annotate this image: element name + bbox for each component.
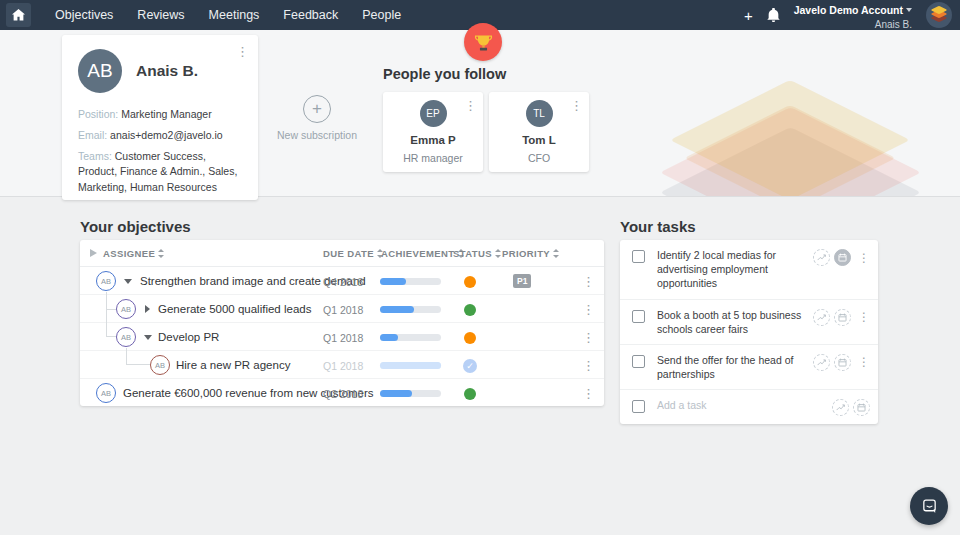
org-logo-avatar[interactable]: [926, 2, 952, 28]
task-label[interactable]: Identify 2 local medias for advertising …: [657, 248, 813, 291]
calendar-icon: [838, 358, 847, 367]
objective-row[interactable]: AB Hire a new PR agency Q1 2018 ✓ ⋮: [80, 351, 604, 379]
person-card-emma[interactable]: ⋮ EP Emma P HR manager: [383, 92, 483, 172]
due-date-button[interactable]: [834, 249, 851, 266]
due-date: Q1 2018: [323, 332, 363, 344]
avatar: EP: [420, 100, 447, 127]
task-row: Send the offer for the head of partnersh…: [620, 345, 878, 390]
task-label[interactable]: Send the offer for the head of partnersh…: [657, 353, 813, 381]
collapse-arrow-icon[interactable]: [144, 335, 152, 340]
task-kebab-menu[interactable]: ⋮: [858, 252, 870, 264]
objective-title[interactable]: Generate 5000 qualified leads: [158, 303, 311, 315]
column-status[interactable]: STATUS: [453, 248, 502, 259]
email-value: anais+demo2@javelo.io: [110, 129, 223, 141]
column-achievement[interactable]: ACHIEVEMENT: [381, 248, 465, 259]
nav-item-meetings[interactable]: Meetings: [197, 0, 272, 30]
row-kebab-menu[interactable]: ⋮: [582, 275, 595, 288]
person-card-tom[interactable]: ⋮ TL Tom L CFO: [489, 92, 589, 172]
new-subscription-label: New subscription: [272, 129, 362, 141]
objective-title[interactable]: Hire a new PR agency: [176, 359, 290, 371]
add-task-row: Add a task: [620, 390, 878, 424]
objective-row[interactable]: AB Strengthen brand image and create dem…: [80, 267, 604, 295]
profile-kebab-menu[interactable]: ⋮: [236, 45, 249, 58]
add-task-input[interactable]: Add a task: [657, 398, 832, 412]
task-kebab-menu[interactable]: ⋮: [858, 356, 870, 368]
trend-icon: [817, 253, 826, 262]
collapse-arrow-icon[interactable]: [124, 279, 132, 284]
account-menu[interactable]: Javelo Demo Account Anais B.: [794, 0, 912, 31]
chat-bubble-icon: [921, 498, 938, 515]
link-objective-button[interactable]: [813, 354, 830, 371]
column-assignee[interactable]: ASSIGNEE: [103, 248, 165, 259]
link-objective-button[interactable]: [832, 399, 849, 416]
add-button[interactable]: +: [744, 8, 753, 23]
task-checkbox[interactable]: [632, 310, 645, 323]
chat-widget-button[interactable]: [910, 487, 948, 525]
task-label[interactable]: Book a booth at 5 top business schools c…: [657, 308, 813, 336]
nav-item-reviews[interactable]: Reviews: [125, 0, 196, 30]
nav-item-objectives[interactable]: Objectives: [43, 0, 125, 30]
tasks-title: Your tasks: [620, 218, 696, 235]
due-date-button[interactable]: [853, 399, 870, 416]
row-kebab-menu[interactable]: ⋮: [582, 303, 595, 316]
due-date-button[interactable]: [834, 309, 851, 326]
due-date-button[interactable]: [834, 354, 851, 371]
task-checkbox[interactable]: [632, 400, 645, 413]
trend-icon: [817, 358, 826, 367]
avatar: AB: [96, 271, 116, 291]
task-checkbox[interactable]: [632, 355, 645, 368]
task-row: Identify 2 local medias for advertising …: [620, 240, 878, 300]
link-objective-button[interactable]: [813, 309, 830, 326]
link-objective-button[interactable]: [813, 249, 830, 266]
profile-teams: Teams: Customer Success, Product, Financ…: [78, 149, 242, 196]
home-icon: [12, 9, 25, 21]
achievement-bar: [380, 306, 441, 313]
tree-connector: [107, 336, 116, 337]
row-kebab-menu[interactable]: ⋮: [582, 331, 595, 344]
nav-item-people[interactable]: People: [350, 0, 413, 30]
profile-name: Anais B.: [136, 62, 198, 80]
achievement-bar: [380, 362, 441, 369]
row-kebab-menu[interactable]: ⋮: [582, 359, 595, 372]
objective-title[interactable]: Develop PR: [158, 331, 219, 343]
person-kebab-menu[interactable]: ⋮: [570, 99, 583, 112]
expand-all-icon[interactable]: [90, 249, 97, 257]
trend-icon: [817, 313, 826, 322]
person-name: Emma P: [383, 134, 483, 146]
task-checkbox[interactable]: [632, 250, 645, 263]
avatar: AB: [150, 355, 170, 375]
due-date: Q2 2018: [323, 388, 363, 400]
people-you-follow-title: People you follow: [383, 66, 506, 82]
sort-icon: [158, 249, 165, 258]
row-kebab-menu[interactable]: ⋮: [582, 387, 595, 400]
nav-item-feedback[interactable]: Feedback: [271, 0, 350, 30]
column-due-date[interactable]: DUE DATE: [323, 248, 384, 259]
objective-row[interactable]: AB Develop PR Q1 2018 ⋮: [80, 323, 604, 351]
notifications-button[interactable]: [767, 8, 780, 22]
objectives-title: Your objectives: [80, 218, 191, 235]
calendar-icon: [838, 253, 847, 262]
objective-row[interactable]: AB Generate €600,000 revenue from new cu…: [80, 379, 604, 407]
tree-connector: [126, 348, 127, 365]
sort-icon: [495, 249, 502, 258]
calendar-icon: [857, 403, 866, 412]
profile-position: Position: Marketing Manager: [78, 107, 242, 123]
person-kebab-menu[interactable]: ⋮: [464, 99, 477, 112]
plus-circle-icon: +: [303, 95, 331, 123]
achievement-bar: [380, 278, 441, 285]
status-dot: [464, 332, 476, 344]
column-priority[interactable]: PRIORITY: [502, 248, 560, 259]
profile-email: Email: anais+demo2@javelo.io: [78, 128, 242, 144]
position-value: Marketing Manager: [121, 108, 211, 120]
person-name: Tom L: [489, 134, 589, 146]
trophy-icon: [474, 33, 493, 52]
home-button[interactable]: [6, 3, 31, 27]
achievements-trophy-button[interactable]: [464, 23, 502, 61]
new-subscription-button[interactable]: + New subscription: [272, 95, 362, 141]
expand-arrow-icon[interactable]: [145, 305, 150, 313]
status-dot: [464, 304, 476, 316]
objective-row[interactable]: AB Generate 5000 qualified leads Q1 2018…: [80, 295, 604, 323]
task-kebab-menu[interactable]: ⋮: [858, 311, 870, 323]
avatar: AB: [96, 383, 116, 403]
status-done-icon: ✓: [463, 359, 477, 373]
